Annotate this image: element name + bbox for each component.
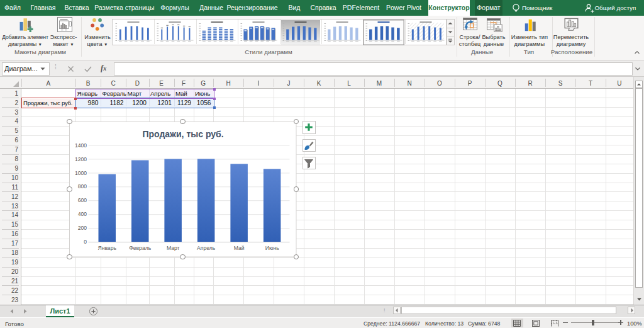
svg-text:600: 600 (78, 197, 87, 203)
svg-text:Январь: Январь (97, 245, 116, 251)
svg-text:1400: 1400 (75, 142, 87, 149)
svg-text:200: 200 (78, 225, 87, 231)
svg-text:400: 400 (78, 211, 87, 217)
svg-text:Март: Март (167, 245, 180, 251)
svg-text:Май: Май (234, 245, 245, 251)
svg-text:1000: 1000 (75, 170, 87, 176)
svg-text:1200: 1200 (75, 156, 87, 162)
svg-text:Февраль: Февраль (129, 245, 151, 251)
svg-text:Апрель: Апрель (197, 245, 216, 251)
svg-text:Июнь: Июнь (265, 245, 279, 251)
svg-text:800: 800 (78, 183, 87, 189)
svg-text:0: 0 (84, 239, 87, 245)
